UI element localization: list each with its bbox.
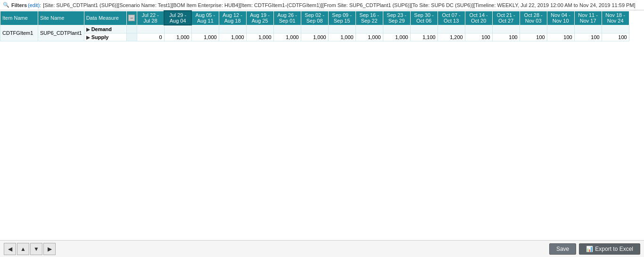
col-week-17: Nov 18 -Nov 24 <box>602 11 629 25</box>
nav-buttons: ◀ ▲ ▼ ▶ <box>4 243 56 255</box>
cell-value-supply-6: 1,000 <box>301 33 328 41</box>
col-week-7: Sep 09 -Sep 15 <box>328 11 355 25</box>
table-body: CDTFGItem1SUP6_CDTPlant1▶Demand▶Supply01… <box>0 25 629 41</box>
cell-value-supply-1: 1,000 <box>164 33 191 41</box>
action-buttons: Save 📊 Export to Excel <box>549 243 640 255</box>
cell-value-supply-11: 1,200 <box>438 33 465 41</box>
export-icon: 📊 <box>586 246 593 252</box>
cell-data-measure-demand: ▶Demand <box>84 25 126 33</box>
cell-value-demand-1 <box>164 25 191 33</box>
cell-value-demand-4 <box>246 25 273 33</box>
cell-value-demand-8 <box>355 25 383 33</box>
col-week-9: Sep 23 -Sep 29 <box>383 11 410 25</box>
cell-value-demand-13 <box>492 25 520 33</box>
nav-up-button[interactable]: ▲ <box>17 243 29 255</box>
col-week-16: Nov 11 -Nov 17 <box>574 11 602 25</box>
cell-value-demand-11 <box>438 25 465 33</box>
header-row: Item Name Site Name Data Measure − Jul 2… <box>0 11 629 25</box>
filter-bar: 🔍 Filters (edit): [Site: SUP6_CDTPlant1 … <box>0 0 644 10</box>
cell-value-supply-2: 1,000 <box>191 33 219 41</box>
col-week-5: Aug 26 -Sep 01 <box>273 11 301 25</box>
col-week-1: Jul 29 -Aug 04 <box>164 11 191 25</box>
collapse-button[interactable]: − <box>126 11 137 25</box>
col-week-15: Nov 04 -Nov 10 <box>547 11 574 25</box>
cell-site-name: SUP6_CDTPlant1 <box>38 25 84 41</box>
col-week-10: Sep 30 -Oct 06 <box>410 11 438 25</box>
col-item-name: Item Name <box>0 11 38 25</box>
cell-value-demand-10 <box>410 25 438 33</box>
cell-value-supply-7: 1,000 <box>328 33 355 41</box>
col-week-14: Oct 28 -Nov 03 <box>520 11 547 25</box>
col-week-8: Sep 16 -Sep 22 <box>355 11 383 25</box>
cell-value-supply-12: 100 <box>465 33 492 41</box>
table-row: CDTFGItem1SUP6_CDTPlant1▶Demand <box>0 25 629 33</box>
expand-arrow[interactable]: ▶ <box>86 27 90 32</box>
cell-value-demand-0 <box>137 25 164 33</box>
cell-value-demand-14 <box>520 25 547 33</box>
cell-value-supply-5: 1,000 <box>273 33 301 41</box>
col-week-2: Aug 05 -Aug 11 <box>191 11 219 25</box>
cell-value-demand-7 <box>328 25 355 33</box>
cell-value-supply-3: 1,000 <box>219 33 246 41</box>
col-week-0: Jul 22 -Jul 28 <box>137 11 164 25</box>
bottom-bar: ◀ ▲ ▼ ▶ Save 📊 Export to Excel <box>0 240 644 257</box>
cell-value-supply-14: 100 <box>520 33 547 41</box>
export-label: Export to Excel <box>595 246 633 252</box>
cell-value-supply-10: 1,100 <box>410 33 438 41</box>
col-site-name: Site Name <box>38 11 84 25</box>
cell-data-measure-supply: ▶Supply <box>84 33 126 41</box>
search-icon: 🔍 <box>3 2 9 8</box>
cell-value-demand-2 <box>191 25 219 33</box>
col-week-13: Oct 21 -Oct 27 <box>492 11 520 25</box>
expand-arrow[interactable]: ▶ <box>86 35 90 40</box>
cell-value-demand-6 <box>301 25 328 33</box>
cell-value-demand-16 <box>574 25 602 33</box>
table-container: Item Name Site Name Data Measure − Jul 2… <box>0 10 644 240</box>
col-week-4: Aug 19 -Aug 25 <box>246 11 273 25</box>
cell-value-supply-0: 0 <box>137 33 164 41</box>
cell-value-supply-17: 100 <box>602 33 629 41</box>
col-data-measure: Data Measure <box>84 11 126 25</box>
cell-value-supply-13: 100 <box>492 33 520 41</box>
cell-value-supply-15: 100 <box>547 33 574 41</box>
cell-value-demand-3 <box>219 25 246 33</box>
filters-label: Filters <box>11 2 27 8</box>
table-row: ▶Supply01,0001,0001,0001,0001,0001,0001,… <box>0 33 629 41</box>
nav-right-button[interactable]: ▶ <box>43 243 56 255</box>
cell-value-demand-15 <box>547 25 574 33</box>
minus-icon[interactable]: − <box>128 15 135 21</box>
export-button[interactable]: 📊 Export to Excel <box>579 243 640 255</box>
col-week-3: Aug 12 -Aug 18 <box>219 11 246 25</box>
cell-item-name: CDTFGItem1 <box>0 25 38 41</box>
col-week-11: Oct 07 -Oct 13 <box>438 11 465 25</box>
col-week-6: Sep 02 -Sep 08 <box>301 11 328 25</box>
cell-collapse <box>126 25 137 33</box>
cell-value-demand-5 <box>273 25 301 33</box>
cell-value-supply-9: 1,000 <box>383 33 410 41</box>
main-table: Item Name Site Name Data Measure − Jul 2… <box>0 10 629 41</box>
save-button[interactable]: Save <box>549 243 576 255</box>
cell-value-demand-17 <box>602 25 629 33</box>
cell-collapse <box>126 33 137 41</box>
nav-left-button[interactable]: ◀ <box>4 243 16 255</box>
cell-value-supply-4: 1,000 <box>246 33 273 41</box>
edit-link[interactable]: (edit): <box>28 2 41 8</box>
cell-value-supply-8: 1,000 <box>355 33 383 41</box>
cell-value-supply-16: 100 <box>574 33 602 41</box>
cell-value-demand-12 <box>465 25 492 33</box>
filter-text: [Site: SUP6_CDTPlant1 (SUP6)][Scenario N… <box>43 2 636 8</box>
col-week-12: Oct 14 -Oct 20 <box>465 11 492 25</box>
cell-value-demand-9 <box>383 25 410 33</box>
nav-down-button[interactable]: ▼ <box>30 243 42 255</box>
